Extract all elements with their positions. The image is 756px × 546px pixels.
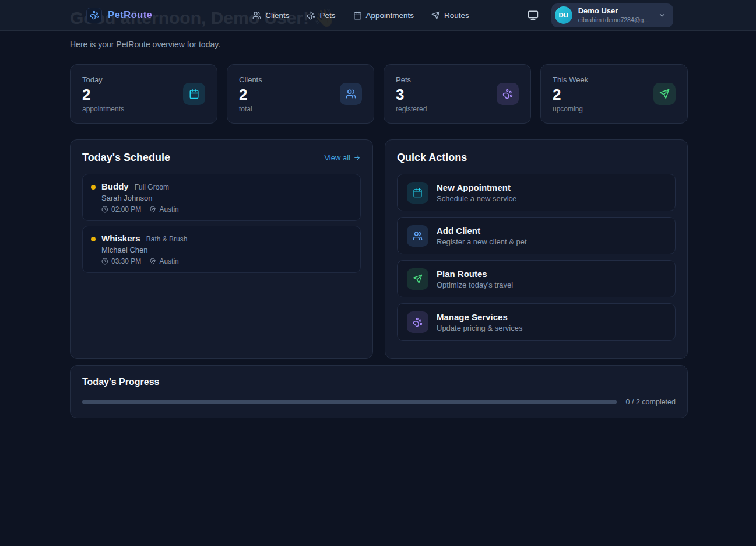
top-navbar: PetRoute Clients Pets — [0, 0, 756, 31]
appointment-time: 03:30 PM — [101, 257, 141, 265]
quick-action-title: New Appointment — [437, 183, 516, 192]
dashboard-columns: Today's Schedule View all Buddy — [70, 139, 688, 352]
main-content: Here is your PetRoute overview for today… — [70, 0, 688, 418]
users-icon — [252, 11, 261, 20]
clock-icon — [101, 258, 108, 265]
paw-icon — [307, 11, 315, 20]
stat-value: 2 — [82, 86, 124, 104]
stat-value: 3 — [396, 86, 427, 104]
nav-item-routes[interactable]: Routes — [431, 11, 469, 20]
nav-label: Clients — [265, 11, 289, 20]
calendar-icon — [407, 182, 428, 204]
user-meta: Demo User eibrahim+demo7284@g... — [578, 6, 649, 23]
location-text: Austin — [159, 257, 178, 265]
map-pin-icon — [149, 258, 156, 265]
stat-card-today: Today 2 appointments — [70, 64, 217, 124]
appointment-item[interactable]: Whiskers Bath & Brush Michael Chen — [82, 226, 361, 273]
quick-action-subtitle: Update pricing & services — [437, 324, 522, 332]
view-all-link[interactable]: View all — [324, 153, 361, 162]
pet-name: Buddy — [101, 181, 129, 191]
map-pin-icon — [149, 206, 156, 213]
nav-label: Pets — [319, 11, 335, 20]
quick-actions-list: New Appointment Schedule a new service A… — [397, 174, 676, 341]
quick-action-subtitle: Register a new client & pet — [437, 237, 527, 246]
theme-toggle-button[interactable] — [528, 10, 539, 21]
quick-action-subtitle: Schedule a new service — [437, 194, 516, 203]
paw-icon — [407, 312, 428, 333]
calendar-icon — [183, 83, 205, 105]
appointment-content: Buddy Full Groom Sarah Johnson — [101, 181, 179, 214]
stat-card-clients: Clients 2 total — [227, 64, 374, 124]
service-name: Bath & Brush — [146, 235, 188, 243]
stat-unit: registered — [396, 105, 427, 113]
schedule-list: Buddy Full Groom Sarah Johnson — [82, 174, 361, 273]
pet-name: Whiskers — [101, 233, 140, 243]
send-icon — [407, 268, 428, 290]
user-email: eibrahim+demo7284@g... — [578, 16, 649, 24]
stats-row: Today 2 appointments Clients 2 total — [70, 64, 688, 124]
send-icon — [653, 83, 676, 105]
stat-text: This Week 2 upcoming — [553, 75, 588, 113]
stat-value: 2 — [553, 86, 588, 104]
client-name: Michael Chen — [101, 246, 187, 254]
stat-label: Clients — [239, 75, 262, 84]
stat-value: 2 — [239, 86, 262, 104]
quick-action-title: Manage Services — [437, 312, 522, 322]
quick-action-manage-services[interactable]: Manage Services Update pricing & service… — [397, 303, 676, 341]
quick-action-text: Add Client Register a new client & pet — [437, 226, 527, 246]
clock-icon — [101, 206, 108, 213]
location-text: Austin — [159, 205, 178, 214]
service-name: Full Groom — [135, 183, 169, 191]
stat-card-pets: Pets 3 registered — [384, 64, 531, 124]
time-text: 02:00 PM — [111, 205, 141, 214]
stat-text: Today 2 appointments — [82, 75, 124, 113]
progress-row: 0 / 2 completed — [82, 398, 676, 406]
progress-label: 0 / 2 completed — [626, 398, 676, 406]
quick-action-title: Plan Routes — [437, 269, 513, 279]
quick-actions-panel: Quick Actions New Appointment Schedule a… — [385, 139, 688, 359]
user-name: Demo User — [578, 6, 649, 16]
stat-text: Clients 2 total — [239, 75, 262, 113]
brand-name: PetRoute — [108, 9, 152, 21]
progress-title: Today's Progress — [82, 377, 676, 387]
nav-label: Routes — [444, 11, 469, 20]
avatar: DU — [555, 6, 572, 24]
send-icon — [431, 11, 440, 20]
quick-action-title: Add Client — [437, 226, 527, 236]
nav-item-appointments[interactable]: Appointments — [353, 11, 414, 20]
stat-card-this-week: This Week 2 upcoming — [540, 64, 688, 124]
todays-schedule-panel: Today's Schedule View all Buddy — [70, 139, 373, 359]
status-dot — [91, 185, 96, 190]
quick-action-plan-routes[interactable]: Plan Routes Optimize today's travel — [397, 260, 676, 298]
stat-label: Pets — [396, 75, 427, 84]
page-subtitle: Here is your PetRoute overview for today… — [70, 40, 688, 49]
users-icon — [407, 225, 428, 247]
time-text: 03:30 PM — [111, 257, 141, 265]
status-dot — [91, 237, 96, 242]
appointment-location: Austin — [149, 257, 178, 265]
quick-action-add-client[interactable]: Add Client Register a new client & pet — [397, 217, 676, 254]
nav-item-pets[interactable]: Pets — [307, 11, 335, 20]
stat-unit: appointments — [82, 105, 124, 113]
petroute-logo-icon — [86, 8, 102, 23]
nav-item-clients[interactable]: Clients — [252, 11, 289, 20]
appointment-item[interactable]: Buddy Full Groom Sarah Johnson — [82, 174, 361, 221]
stat-unit: total — [239, 105, 262, 113]
quick-action-text: New Appointment Schedule a new service — [437, 183, 516, 203]
brand-home-link[interactable]: PetRoute — [86, 8, 152, 23]
appointment-location: Austin — [149, 205, 178, 214]
quick-actions-title: Quick Actions — [397, 152, 676, 164]
quick-action-text: Plan Routes Optimize today's travel — [437, 269, 513, 289]
appointment-time: 02:00 PM — [101, 205, 141, 214]
arrow-right-icon — [353, 154, 361, 162]
nav-label: Appointments — [366, 11, 414, 20]
stat-unit: upcoming — [553, 105, 588, 113]
calendar-icon — [353, 11, 362, 20]
appointment-content: Whiskers Bath & Brush Michael Chen — [101, 233, 187, 265]
quick-action-new-appointment[interactable]: New Appointment Schedule a new service — [397, 174, 676, 211]
user-menu-button[interactable]: DU Demo User eibrahim+demo7284@g... — [551, 4, 673, 27]
progress-bar — [82, 400, 617, 404]
users-icon — [340, 83, 362, 105]
client-name: Sarah Johnson — [101, 194, 179, 202]
view-all-label: View all — [324, 153, 350, 162]
